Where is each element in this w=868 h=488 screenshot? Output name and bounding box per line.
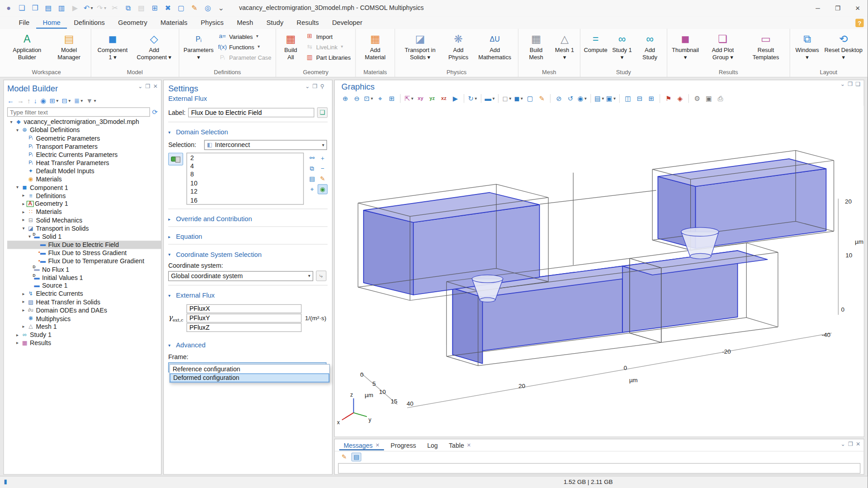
graphics-panel-menu-icon[interactable]: ⌄ (840, 81, 845, 87)
undo-icon[interactable]: ↶▾ (82, 2, 95, 14)
external-flux-input-x[interactable] (187, 304, 302, 313)
settings-float-panel-icon[interactable]: ❐ (313, 84, 318, 89)
graphics-canvas[interactable]: 20µm100-40-200µm2040051015µm z x y (335, 106, 864, 437)
tree-row[interactable]: ▸▦Results (7, 339, 161, 347)
tab-table[interactable]: Table✕ (445, 440, 476, 450)
save-copy-icon[interactable]: ▥ (55, 2, 68, 14)
external-flux-input-z[interactable] (187, 323, 302, 332)
tab-log[interactable]: Log (423, 440, 442, 450)
mb-close-panel-icon[interactable]: ✕ (153, 84, 157, 89)
menu-tab-mesh[interactable]: Mesh (230, 17, 260, 29)
menu-tab-home[interactable]: Home (36, 17, 67, 29)
ribbon-button-reset-desktop[interactable]: ⟲Reset Desktop ▾ (823, 30, 864, 67)
menu-tab-definitions[interactable]: Definitions (67, 17, 111, 29)
zoom-extents-icon[interactable]: ⌖ (375, 94, 385, 104)
delete-icon[interactable]: ✖ (161, 2, 174, 14)
run-icon[interactable]: ▶ (69, 2, 81, 14)
tree-row[interactable]: ▾◪Transport in Solids (7, 224, 161, 232)
chevron-down-icon[interactable]: ▾ (20, 226, 26, 231)
view-xy-icon[interactable]: xy (416, 94, 426, 104)
domain-selection-list[interactable]: 248101216 (186, 153, 304, 205)
selection-combo[interactable]: ◧ Interconnect ▾ (204, 140, 327, 150)
close-button[interactable]: ✕ (848, 0, 868, 17)
collapse-all-icon[interactable]: ⊟▾ (62, 97, 71, 104)
chevron-right-icon[interactable]: ▸ (20, 299, 26, 304)
label-input[interactable] (188, 108, 314, 118)
camera-movie-icon[interactable]: ▶ (451, 94, 460, 104)
ribbon-button-functions[interactable]: f(x)Functions▾ (216, 42, 273, 52)
ribbon-button-mesh-1[interactable]: △Mesh 1 ▾ (552, 30, 577, 67)
new-file-icon[interactable]: ❏ (15, 2, 28, 14)
tree-row[interactable]: ◉Materials (7, 175, 161, 183)
view-yz-icon[interactable]: yz (427, 94, 437, 104)
ribbon-button-add-plot-group[interactable]: ❏Add Plot Group ▾ (702, 30, 744, 67)
model-tree-nodes-icon[interactable]: ≣▾ (74, 97, 83, 104)
messages-close-panel-icon[interactable]: ✕ (856, 441, 860, 447)
help-icon[interactable]: ? (855, 19, 863, 27)
ribbon-button-add-mathematics[interactable]: ΔUAdd Mathematics (474, 30, 515, 67)
tree-row[interactable]: ▸↯Electric Currents (7, 290, 161, 298)
messages-panel-menu-icon[interactable]: ⌄ (840, 441, 845, 447)
ribbon-button-parameter-case[interactable]: PᵢParameter Case (216, 52, 273, 62)
paste-selection-icon[interactable]: ▤ (307, 174, 317, 184)
frame-option[interactable]: Reference configuration (170, 365, 329, 374)
save-icon[interactable]: ▤ (42, 2, 55, 14)
view-xz-icon[interactable]: xz (439, 94, 449, 104)
ribbon-button-add-physics[interactable]: ❋Add Physics (443, 30, 473, 67)
frame-option[interactable]: Deformed configuration (170, 374, 329, 383)
ribbon-button-transport-in-solids[interactable]: ◪Transport in Solids ▾ (398, 30, 442, 67)
zoom-box-icon[interactable]: ⊡▾ (364, 94, 374, 104)
ribbon-button-build-mesh[interactable]: ▦Build Mesh (521, 30, 551, 67)
ribbon-button-model-manager[interactable]: ▤Model Manager (50, 30, 88, 67)
chevron-right-icon[interactable]: ▸ (14, 332, 20, 337)
duplicate-icon[interactable]: ⊞ (148, 2, 161, 14)
tab-messages[interactable]: Messages✕ (339, 440, 384, 450)
tree-row[interactable]: ▬●Flux Due to Temperature Gradient (7, 257, 161, 265)
open-file-icon[interactable]: ❒ (29, 2, 42, 14)
messages-settings-icon[interactable]: ▤ (351, 453, 361, 462)
chevron-down-icon[interactable]: ▾ (8, 119, 14, 124)
move-down-icon[interactable]: ↓ (34, 97, 37, 104)
tab-progress[interactable]: Progress (386, 440, 421, 450)
tree-row[interactable]: PᵢGeometric Parameters (7, 134, 161, 142)
ribbon-button-windows[interactable]: ⧉Windows ▾ (793, 30, 821, 67)
go-to-source-icon[interactable]: ⤷ (316, 270, 327, 281)
tree-row[interactable]: ▸∷Materials (7, 208, 161, 216)
tree-row[interactable]: PᵢElectric Currents Parameters (7, 151, 161, 159)
ribbon-button-add-study[interactable]: ∞Add Study (636, 30, 664, 67)
tree-row[interactable]: ▾▬DSolid 1 (7, 232, 161, 241)
ribbon-button-build-all[interactable]: ▦Build All (279, 30, 302, 67)
tree-row[interactable]: ▾◼Component 1 (7, 183, 161, 191)
zoom-to-selection-icon[interactable]: ⌖ (307, 184, 317, 194)
section-equation[interactable]: ▸ Equation (168, 232, 327, 242)
mb-float-panel-icon[interactable]: ❐ (145, 84, 150, 89)
menu-tab-materials[interactable]: Materials (154, 17, 194, 29)
scene-settings-icon[interactable]: ⚙ (692, 94, 702, 104)
chevron-down-icon[interactable]: ▾ (14, 185, 20, 190)
settings-pin-panel-icon[interactable]: ⚲ (320, 84, 324, 89)
show-options-icon[interactable]: ◉ (40, 97, 46, 104)
coordinate-system-combo[interactable]: Global coordinate system ▾ (168, 271, 313, 281)
tree-filter-input[interactable] (7, 107, 150, 117)
ribbon-button-parameters[interactable]: PᵢParameters ▾ (182, 30, 215, 67)
chevron-right-icon[interactable]: ▸ (20, 218, 26, 223)
rename-icon[interactable]: ❏ (317, 107, 327, 118)
clear-marks-icon[interactable]: ✎ (188, 2, 201, 14)
chevron-down-icon[interactable]: ▾ (14, 128, 20, 133)
ribbon-button-add-component[interactable]: ◇Add Component ▾ (133, 30, 176, 67)
section-domain-selection[interactable]: ▾ Domain Selection (168, 128, 327, 137)
tree-row[interactable]: PᵢHeat Transfer Parameters (7, 159, 161, 167)
selection-list-item[interactable]: 8 (187, 171, 303, 179)
minimize-button[interactable]: ─ (808, 0, 828, 17)
add-to-selection-icon[interactable]: ＋ (318, 153, 327, 163)
expand-all-icon[interactable]: ⊞▾ (49, 97, 58, 104)
tile-windows-icon[interactable]: ⊞ (646, 94, 656, 104)
settings-panel-menu-icon[interactable]: ⌄ (305, 84, 309, 89)
ribbon-button-study-1[interactable]: ∞Study 1 ▾ (609, 30, 635, 67)
ribbon-button-result-templates[interactable]: ▭Result Templates (745, 30, 787, 67)
scene-light-icon[interactable]: ◻▾ (502, 94, 512, 104)
redo-icon[interactable]: ↷▾ (95, 2, 108, 14)
ribbon-button-import[interactable]: ⊞Import (304, 32, 352, 41)
menu-tab-geometry[interactable]: Geometry (111, 17, 154, 29)
forward-icon[interactable]: → (17, 97, 24, 104)
